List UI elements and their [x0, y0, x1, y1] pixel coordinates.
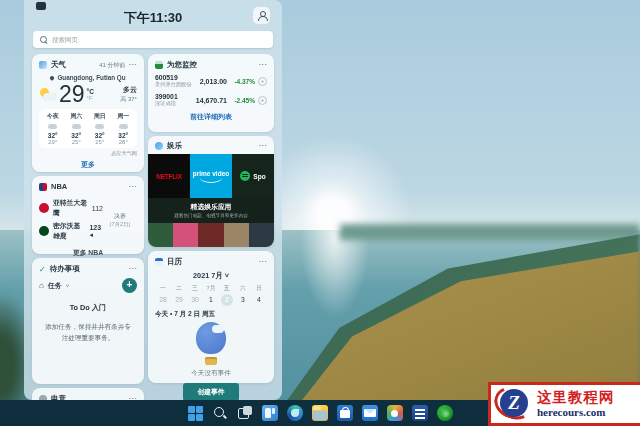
person-icon	[257, 11, 266, 20]
calendar-day[interactable]: 28	[155, 293, 171, 306]
window-fragment	[36, 2, 46, 10]
nba-title: NBA	[51, 182, 67, 191]
weather-widget[interactable]: 天气 41 分钟前 ⋯ Guangdong, Futian Qu	[32, 54, 144, 172]
weather-menu-button[interactable]: ⋯	[129, 62, 138, 68]
poster-thumbnail[interactable]	[198, 223, 223, 247]
poster-thumbnail[interactable]	[249, 223, 274, 247]
calendar-day[interactable]: 1	[203, 293, 219, 306]
calendar-day[interactable]: 4	[251, 293, 267, 306]
todo-check-icon: ✓	[39, 265, 46, 274]
forecast-day[interactable]: 周六 32° 25°	[65, 112, 89, 145]
spotify-tile[interactable]: Spo	[232, 154, 274, 198]
weather-location: Guangdong, Futian Qu	[57, 74, 125, 81]
todo-menu-button[interactable]: ⋯	[129, 266, 138, 272]
calendar-empty-label: 今天没有事件	[155, 369, 267, 378]
esports-widget[interactable]: 电竞 ⋯ 选择游戏	[32, 388, 144, 400]
profile-button[interactable]	[253, 7, 270, 24]
entertainment-menu-button[interactable]: ⋯	[259, 143, 268, 149]
calendar-widget[interactable]: 日历 ⋯ 2021 7月 ˅ 一 二 三 7月 五 六 日 28	[148, 251, 274, 383]
weather-condition-detail: 高 37°	[120, 95, 137, 104]
taskbar-search-icon[interactable]	[212, 405, 228, 421]
weather-more-link[interactable]: 更多	[39, 160, 137, 170]
forecast-day[interactable]: 周日 32° 25°	[88, 112, 112, 145]
stocks-widget[interactable]: 为您监控 ⋯ 600519 贵州茅台酒股份 2,013.00 -4.37% +	[148, 54, 274, 132]
web-search-bar[interactable]	[33, 31, 273, 48]
balloon-illustration	[155, 322, 267, 365]
calendar-icon	[155, 258, 163, 266]
calendar-day-selected[interactable]: 2	[219, 293, 235, 306]
entertainment-widget[interactable]: 娱乐 ⋯ NETFLIX prime video Spo	[148, 136, 274, 247]
hawks-logo-icon	[39, 203, 49, 213]
forecast-strip: 今夜 32° 29° 周六 32° 25° 周日	[39, 109, 137, 148]
nba-team-row: 密尔沃基雄鹿 123 ◂	[39, 221, 103, 241]
nba-team-row: 亚特兰大老鹰 112	[39, 198, 103, 218]
weather-icon	[39, 61, 47, 69]
tasks-list-selector[interactable]: 任务	[48, 281, 62, 291]
file-explorer-icon[interactable]	[312, 405, 328, 421]
cloud-icon	[119, 124, 128, 129]
microsoft-store-icon[interactable]	[337, 405, 353, 421]
location-pin-icon	[50, 75, 56, 81]
todo-heading: To Do 入门	[39, 303, 137, 313]
nba-stage-date: (7月2日)	[103, 221, 137, 228]
start-button[interactable]	[188, 406, 203, 421]
tasks-list-icon: ⌂	[39, 281, 44, 290]
calendar-today-label: 今天 • 7 月 2 日 周五	[155, 310, 267, 319]
todo-widget[interactable]: ✓ 待办事项 ⋯ ⌂ 任务 ˅ + To Do 入门 添加任务，保持井井有条并专…	[32, 258, 144, 384]
nba-more-link[interactable]: 更多 NBA	[39, 248, 137, 258]
unit-fahrenheit[interactable]: °F	[87, 95, 94, 101]
add-task-button[interactable]: +	[122, 278, 137, 293]
calendar-day[interactable]: 30	[187, 293, 203, 306]
calendar-menu-button[interactable]: ⋯	[259, 259, 268, 265]
watchlist-add-button[interactable]: +	[258, 77, 267, 86]
nba-widget[interactable]: NBA ⋯ 亚特兰大老鹰 112 密尔沃基雄鹿	[32, 176, 144, 254]
netflix-tile[interactable]: NETFLIX	[148, 154, 190, 198]
entertainment-title: 娱乐	[167, 141, 182, 151]
watermark: Z 这里教程网 herecours.com	[488, 382, 640, 426]
mail-icon[interactable]	[362, 405, 378, 421]
calendar-week-headers: 一 二 三 7月 五 六 日	[155, 284, 267, 293]
bucks-logo-icon	[39, 226, 49, 236]
todo-title: 待办事项	[50, 264, 80, 274]
watchlist-add-button[interactable]: +	[258, 96, 267, 105]
nba-logo-icon	[39, 183, 47, 191]
office-icon[interactable]	[412, 405, 428, 421]
calendar-day[interactable]: 3	[235, 293, 251, 306]
calendar-days-row: 28 29 30 1 2 3 4	[155, 293, 267, 306]
xbox-icon[interactable]	[437, 405, 453, 421]
stocks-chart-icon	[155, 61, 163, 69]
stocks-menu-button[interactable]: ⋯	[259, 62, 268, 68]
create-event-button[interactable]: 创建事件	[183, 383, 238, 400]
edge-icon[interactable]	[287, 405, 303, 421]
poster-thumbnail[interactable]	[173, 223, 198, 247]
stock-row[interactable]: 600519 贵州茅台酒股份 2,013.00 -4.37% +	[155, 74, 267, 88]
stocks-title: 为您监控	[167, 60, 197, 70]
poster-thumbnail[interactable]	[148, 223, 173, 247]
stocks-detail-link[interactable]: 前往详细列表	[155, 112, 267, 122]
forecast-day[interactable]: 周一 32° 28°	[112, 112, 136, 145]
poster-thumbnail[interactable]	[224, 223, 249, 247]
task-view-icon[interactable]	[237, 405, 253, 421]
watermark-site-url: herecours.com	[537, 406, 615, 419]
calendar-day[interactable]: 29	[171, 293, 187, 306]
entertainment-banner-title: 精选娱乐应用	[150, 202, 272, 212]
weather-provider-link[interactable]: 必应天气网	[39, 150, 137, 157]
forecast-day[interactable]: 今夜 32° 29°	[41, 112, 65, 145]
todo-description: 添加任务，保持井井有条并专注处理重要事务。	[39, 321, 137, 343]
nba-menu-button[interactable]: ⋯	[129, 184, 138, 190]
prime-video-tile[interactable]: prime video	[190, 154, 232, 198]
stock-row[interactable]: 399001 深证成指 14,670.71 -2.45% +	[155, 93, 267, 107]
widgets-icon[interactable]	[262, 405, 278, 421]
search-input[interactable]	[52, 36, 266, 43]
wallpaper-far-shore	[340, 224, 640, 240]
search-icon	[40, 36, 47, 43]
watermark-logo-icon: Z	[495, 386, 533, 422]
unit-celsius[interactable]: °C	[87, 88, 94, 95]
chevron-down-icon: ˅	[66, 283, 70, 289]
calendar-month-selector[interactable]: 2021 7月 ˅	[155, 271, 267, 281]
panel-clock: 下午11:30	[32, 9, 274, 27]
photos-icon[interactable]	[387, 405, 403, 421]
current-temperature: 29	[59, 83, 85, 106]
entertainment-icon	[155, 142, 163, 150]
calendar-title: 日历	[167, 257, 182, 267]
